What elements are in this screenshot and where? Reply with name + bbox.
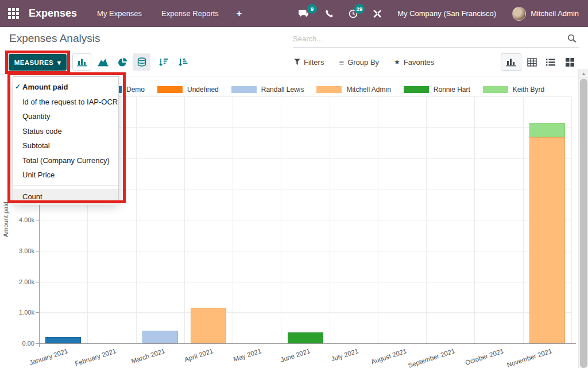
activities-icon[interactable]: 29 xyxy=(341,9,365,18)
activities-badge: 29 xyxy=(354,4,365,14)
legend-label: Ronnie Hart xyxy=(434,86,470,94)
measures-menu-item[interactable]: Total (Company Currency) xyxy=(13,153,118,168)
menu-item-label: Unit Price xyxy=(22,171,55,179)
y-tick-label: 0.00 xyxy=(0,340,34,347)
gridline-v xyxy=(378,96,378,343)
measures-menu-item[interactable]: Subtotal xyxy=(13,138,118,153)
sort-ascending-button[interactable] xyxy=(174,53,192,71)
legend-item[interactable]: Keith Byrd xyxy=(483,86,544,94)
messages-icon[interactable]: 9 xyxy=(291,9,318,18)
bar-segment[interactable] xyxy=(529,123,565,137)
gridline-v xyxy=(426,96,427,343)
area-chart-icon xyxy=(98,58,109,67)
bar-chart-icon xyxy=(77,57,87,67)
company-switcher[interactable]: My Company (San Francisco) xyxy=(389,9,505,18)
chart-type-line-button[interactable] xyxy=(94,53,112,71)
view-graph-button[interactable] xyxy=(501,53,521,71)
x-tick-label: July 2021 xyxy=(330,347,359,363)
filters-menu[interactable]: Filters xyxy=(294,58,324,67)
navbar-right: 9 29 My Company ( xyxy=(291,0,588,27)
search-input[interactable] xyxy=(293,30,557,47)
group-by-menu[interactable]: ≡ Group By xyxy=(339,57,379,67)
gridline-h xyxy=(39,189,571,189)
y-tick-label: 3.00k xyxy=(0,247,34,254)
legend-swatch xyxy=(483,86,508,93)
view-pivot-button[interactable] xyxy=(523,53,540,71)
user-menu[interactable]: Mitchell Admin xyxy=(526,9,588,18)
list-view-icon xyxy=(546,59,555,66)
vertical-scrollbar: ▲ xyxy=(578,69,588,368)
legend-swatch xyxy=(231,86,257,93)
group-by-icon: ≡ xyxy=(339,57,344,67)
tools-icon-svg xyxy=(373,9,382,18)
app-name[interactable]: Expenses xyxy=(29,7,77,20)
measures-menu-item[interactable]: ✓Amount paid xyxy=(13,80,118,95)
x-axis-line xyxy=(39,343,576,344)
x-tick-label: October 2021 xyxy=(464,347,504,366)
measures-menu-item[interactable]: Quantity xyxy=(13,109,118,124)
chart-type-pie-button[interactable] xyxy=(113,53,131,71)
gridline-h xyxy=(39,251,571,251)
nav-my-expenses[interactable]: My Expenses xyxy=(87,9,152,18)
bar-segment[interactable] xyxy=(142,331,178,343)
stacked-toggle-button[interactable] xyxy=(133,53,150,71)
gridline-v xyxy=(571,96,572,343)
nav-plus-button[interactable]: + xyxy=(229,9,250,19)
measures-label: MEASURES xyxy=(14,59,53,66)
scrollbar-up-arrow[interactable]: ▲ xyxy=(579,69,588,78)
y-axis-title: Amount paid xyxy=(2,201,9,238)
x-tick-label: March 2021 xyxy=(130,347,165,365)
menu-item-count[interactable]: Count xyxy=(13,189,118,205)
legend-item[interactable]: Mitchell Admin xyxy=(316,86,390,94)
gridline-h xyxy=(39,127,571,128)
grid-icon-svg xyxy=(8,8,19,19)
view-kanban-button[interactable] xyxy=(561,53,578,71)
user-avatar[interactable] xyxy=(512,7,526,21)
toolbar: MEASURES ▾ xyxy=(0,51,588,76)
page-title: Expenses Analysis xyxy=(9,32,100,45)
legend-swatch xyxy=(157,86,183,93)
nav-expense-reports[interactable]: Expense Reports xyxy=(152,9,229,18)
gridline-h xyxy=(39,96,571,97)
chart-type-bar-button[interactable] xyxy=(72,53,91,71)
gridline-h xyxy=(39,158,571,159)
menu-item-label: Total (Company Currency) xyxy=(22,156,110,165)
legend-item[interactable]: Undefined xyxy=(157,86,219,94)
y-tick-label: 1.00k xyxy=(0,309,34,316)
bar-segment[interactable] xyxy=(45,337,81,343)
bar-segment[interactable] xyxy=(288,332,323,343)
sort-asc-icon xyxy=(178,58,188,67)
x-tick-label: January 2021 xyxy=(29,347,69,366)
sort-descending-button[interactable] xyxy=(154,53,172,71)
graph-view-icon xyxy=(506,57,516,67)
x-tick-label: June 2021 xyxy=(279,347,311,363)
funnel-icon xyxy=(294,59,300,65)
favorites-menu[interactable]: ★ Favorites xyxy=(394,58,434,67)
measures-button[interactable]: MEASURES ▾ xyxy=(9,54,67,71)
bar-segment[interactable] xyxy=(529,137,565,343)
view-list-button[interactable] xyxy=(542,53,559,71)
legend-label: Mitchell Admin xyxy=(346,86,390,94)
control-panel: Expenses Analysis xyxy=(0,27,588,51)
x-tick-label: February 2021 xyxy=(74,347,117,367)
legend-item[interactable]: Ronnie Hart xyxy=(404,86,470,94)
measures-menu-item[interactable]: Unit Price xyxy=(13,168,118,183)
bar-segment[interactable] xyxy=(191,308,226,343)
legend-swatch xyxy=(404,86,429,93)
gridline-h xyxy=(39,220,571,220)
top-navbar: Expenses My Expenses Expense Reports + 9 xyxy=(0,0,588,27)
apps-grid-icon[interactable] xyxy=(0,8,26,19)
measures-menu-item[interactable]: Status code xyxy=(13,124,118,139)
x-tick-label: April 2021 xyxy=(184,347,214,363)
legend-item[interactable]: Randall Lewis xyxy=(231,86,304,94)
menu-item-label: Status code xyxy=(22,127,62,135)
tools-icon[interactable] xyxy=(365,9,389,18)
phone-icon-svg xyxy=(325,9,334,18)
gridline-v xyxy=(330,96,330,343)
legend-label: Randall Lewis xyxy=(261,86,304,94)
scrollbar-thumb[interactable] xyxy=(580,79,587,368)
search-icon[interactable] xyxy=(567,34,577,45)
x-tick-label: May 2021 xyxy=(233,347,262,363)
phone-icon[interactable] xyxy=(318,9,341,18)
measures-menu-item[interactable]: Id of the request to IAP-OCR xyxy=(13,95,118,110)
